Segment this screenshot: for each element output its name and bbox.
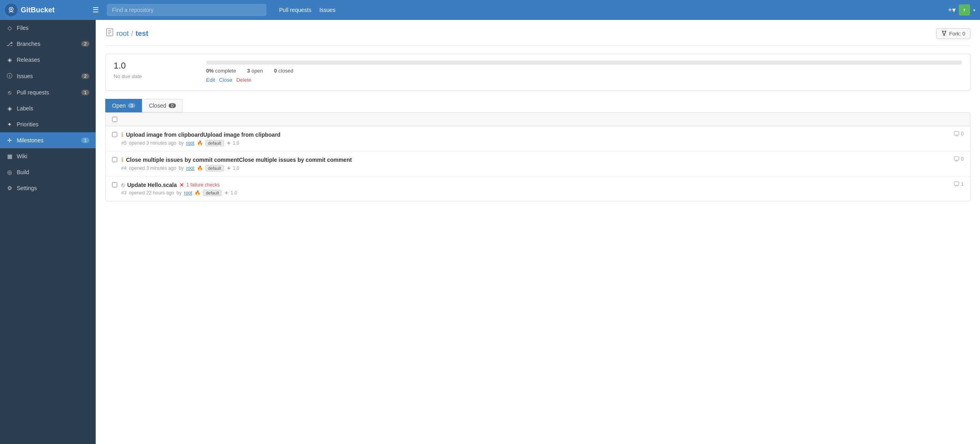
issue-title-line-2: ℹ Close multiple issues by commit commen… <box>121 156 950 163</box>
issues-link[interactable]: Issues <box>319 7 335 13</box>
issue-meta-1: #5 opened 3 minutes ago by root 🔥 defaul… <box>121 140 950 146</box>
issue-title-3[interactable]: Update Hello.scala <box>127 182 177 188</box>
issue-title-line-3: ⎋ Update Hello.scala ✕ 1 failure checks <box>121 181 950 188</box>
edit-milestone-link[interactable]: Edit <box>206 77 215 83</box>
sidebar-item-branches[interactable]: ⎇ Branches 2 <box>0 36 96 52</box>
issue-checkbox-1[interactable] <box>112 132 117 137</box>
issue-opened-ago-1: opened 3 minutes ago <box>129 140 176 146</box>
issue-author-1[interactable]: root <box>186 140 195 146</box>
open-count: 3 <box>247 68 250 74</box>
repo-icon <box>105 28 114 39</box>
sidebar-label-milestones: Milestones <box>17 137 43 143</box>
search-box <box>107 4 266 16</box>
breadcrumb: root / test <box>105 28 148 39</box>
sidebar-item-labels[interactable]: ◈ Labels <box>0 100 96 116</box>
hamburger-icon[interactable]: ☰ <box>89 6 102 14</box>
fork-button[interactable]: Fork: 0 <box>936 28 970 39</box>
navbar-right: +▾ r ▾ <box>948 4 975 16</box>
user-dropdown-icon[interactable]: ▾ <box>973 8 975 12</box>
sidebar-label-wiki: Wiki <box>17 153 27 159</box>
sidebar: ◇ Files ⎇ Branches 2 ◈ Releases ⓘ Issues… <box>0 20 96 444</box>
pull-requests-icon: ⎋ <box>6 89 13 96</box>
issue-status-icon-1: ℹ <box>121 131 124 138</box>
main-content: root / test Fork: 0 <box>96 20 980 444</box>
milestone-card: 1.0 No due date 0% complete 3 open 0 clo… <box>105 54 970 91</box>
closed-count: 0 <box>274 68 277 74</box>
issue-comments-2: 0 <box>954 156 964 162</box>
svg-rect-17 <box>954 157 959 160</box>
sidebar-label-labels: Labels <box>17 105 33 112</box>
milestone-due: No due date <box>114 73 193 79</box>
close-milestone-link[interactable]: Close <box>219 77 232 83</box>
sidebar-item-files[interactable]: ◇ Files <box>0 20 96 36</box>
sidebar-item-milestones[interactable]: ✛ Milestones 1 <box>0 132 96 148</box>
issue-title-2[interactable]: Close multiple issues by commit commentC… <box>126 157 352 163</box>
issue-checkbox-2[interactable] <box>112 157 117 162</box>
sidebar-item-wiki[interactable]: ▦ Wiki <box>0 148 96 164</box>
tab-closed-count: 0 <box>169 103 176 108</box>
select-all-checkbox[interactable] <box>112 117 117 122</box>
svg-point-8 <box>943 35 945 36</box>
delete-milestone-link[interactable]: Delete <box>236 77 252 83</box>
branches-icon: ⎇ <box>6 41 13 47</box>
main-layout: ◇ Files ⎇ Branches 2 ◈ Releases ⓘ Issues… <box>0 20 980 444</box>
issue-content-1: ℹ Upload image from clipboardUpload imag… <box>121 131 950 146</box>
issue-comment-count-2: 0 <box>961 156 964 162</box>
sidebar-label-releases: Releases <box>17 57 40 63</box>
sidebar-label-files: Files <box>17 25 29 31</box>
sidebar-item-build[interactable]: ◎ Build <box>0 164 96 180</box>
sidebar-item-settings[interactable]: ⚙ Settings <box>0 180 96 196</box>
issue-comment-count-1: 0 <box>961 131 964 137</box>
nav-links: Pull requests Issues <box>279 7 335 13</box>
avatar[interactable]: r <box>959 4 970 16</box>
issue-comment-count-3: 1 <box>961 181 964 187</box>
sidebar-item-priorities[interactable]: ✦ Priorities <box>0 116 96 132</box>
brand-logo[interactable]: GitBucket <box>5 4 85 16</box>
sidebar-item-issues[interactable]: ⓘ Issues 2 <box>0 68 96 84</box>
pull-requests-link[interactable]: Pull requests <box>279 7 311 13</box>
sidebar-label-pull-requests: Pull requests <box>17 89 49 96</box>
issue-content-3: ⎋ Update Hello.scala ✕ 1 failure checks … <box>121 181 950 196</box>
stats-percent: 0% <box>206 68 214 74</box>
issue-branch-3: default <box>203 190 222 196</box>
issue-author-3[interactable]: root <box>184 190 192 196</box>
tab-closed[interactable]: Closed 0 <box>142 99 183 112</box>
pull-requests-badge: 1 <box>81 90 89 95</box>
closed-label: closed <box>278 68 293 74</box>
build-icon: ◎ <box>6 169 13 175</box>
issue-checkbox-3[interactable] <box>112 182 117 187</box>
sidebar-item-pull-requests[interactable]: ⎋ Pull requests 1 <box>0 84 96 100</box>
milestones-icon: ✛ <box>6 137 13 143</box>
svg-rect-14 <box>954 132 959 135</box>
milestone-actions: Edit Close Delete <box>206 77 962 83</box>
tab-open[interactable]: Open 3 <box>105 99 142 112</box>
svg-point-7 <box>945 31 946 32</box>
stats-label: complete <box>215 68 236 74</box>
open-label: open <box>252 68 263 74</box>
issue-number-1: #5 <box>121 140 126 146</box>
issue-comments-3: 1 <box>954 181 964 187</box>
svg-point-6 <box>942 31 943 32</box>
repo-name-link[interactable]: test <box>136 29 148 38</box>
issue-title-1[interactable]: Upload image from clipboardUpload image … <box>126 132 280 138</box>
failure-badge-3: 1 failure checks <box>187 182 220 188</box>
breadcrumb-separator: / <box>131 29 133 38</box>
issue-content-2: ℹ Close multiple issues by commit commen… <box>121 156 950 171</box>
labels-icon: ◈ <box>6 105 13 112</box>
issue-branch-2: default <box>205 165 224 171</box>
priorities-icon: ✦ <box>6 121 13 128</box>
issue-milestone-ref-1: 1.0 <box>226 140 240 146</box>
sidebar-item-releases[interactable]: ◈ Releases <box>0 52 96 68</box>
repo-owner-link[interactable]: root <box>116 29 129 38</box>
branches-badge: 2 <box>81 41 89 47</box>
wiki-icon: ▦ <box>6 153 13 159</box>
sidebar-label-issues: Issues <box>17 73 33 79</box>
add-button[interactable]: +▾ <box>948 6 956 14</box>
issue-meta-3: #3 opened 22 hours ago by root 🔥 default… <box>121 190 950 196</box>
settings-icon: ⚙ <box>6 185 13 191</box>
sidebar-label-priorities: Priorities <box>17 121 38 128</box>
issue-author-2[interactable]: root <box>186 165 195 171</box>
milestone-progress-bar <box>206 61 962 65</box>
fork-label: Fork: 0 <box>949 31 965 37</box>
search-input[interactable] <box>107 4 266 16</box>
